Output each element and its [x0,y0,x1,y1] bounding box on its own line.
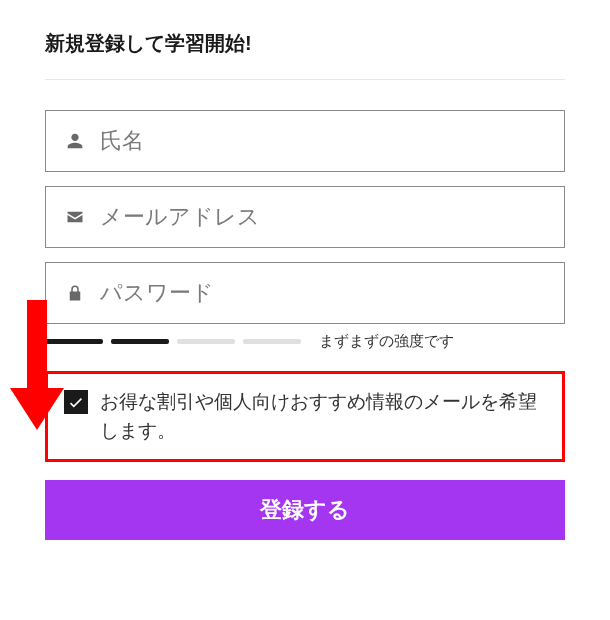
marketing-checkbox-label: お得な割引や個人向けおすすめ情報のメールを希望します。 [100,388,546,445]
strength-bar [243,339,301,344]
divider [45,79,565,80]
email-input[interactable] [100,204,546,230]
annotation-highlight-box: お得な割引や個人向けおすすめ情報のメールを希望します。 [45,371,565,462]
envelope-icon [64,206,86,228]
password-strength-row: まずまずの強度です [45,332,565,351]
page-title: 新規登録して学習開始! [45,30,565,57]
email-field-row [45,186,565,248]
marketing-checkbox[interactable] [64,390,88,414]
password-field-row [45,262,565,324]
name-input[interactable] [100,128,546,154]
password-strength-bars [45,339,301,344]
name-field-row [45,110,565,172]
lock-icon [64,282,86,304]
user-icon [64,130,86,152]
password-input[interactable] [100,280,546,306]
register-button[interactable]: 登録する [45,480,565,540]
strength-bar [111,339,169,344]
strength-bar [45,339,103,344]
strength-bar [177,339,235,344]
password-strength-label: まずまずの強度です [319,332,454,351]
